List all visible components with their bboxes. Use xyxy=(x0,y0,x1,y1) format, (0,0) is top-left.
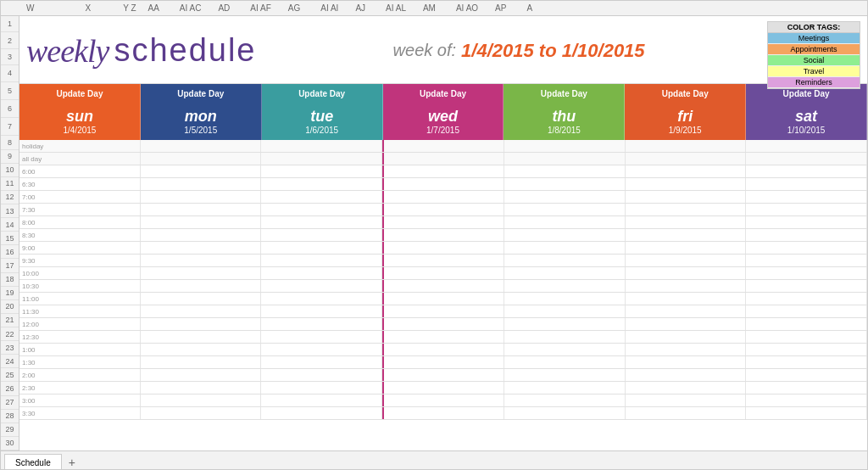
time-cell-20-2[interactable] xyxy=(261,394,382,406)
time-cell-21-5[interactable] xyxy=(626,407,747,419)
time-cell-8-1[interactable] xyxy=(141,242,262,254)
time-cell-8-2[interactable] xyxy=(261,242,382,254)
time-cell-19-2[interactable] xyxy=(261,382,382,394)
time-cell-10-3[interactable] xyxy=(382,267,505,279)
time-cell-8-3[interactable] xyxy=(382,242,505,254)
time-cell-13-2[interactable] xyxy=(261,305,382,317)
time-cell-15-3[interactable] xyxy=(382,331,505,343)
time-cell-6-4[interactable] xyxy=(504,216,626,228)
time-cell-0-4[interactable] xyxy=(504,140,626,152)
time-cell-14-5[interactable] xyxy=(626,318,747,330)
time-cell-16-0[interactable]: 1:00 xyxy=(19,344,141,355)
time-cell-9-2[interactable] xyxy=(261,255,382,266)
time-cell-11-2[interactable] xyxy=(261,280,382,292)
update-day-cell-tue[interactable]: Update Day xyxy=(262,84,383,103)
time-cell-14-0[interactable]: 12:00 xyxy=(19,318,141,330)
time-cell-6-2[interactable] xyxy=(261,216,382,228)
time-cell-2-0[interactable]: 6:00 xyxy=(19,165,141,177)
update-day-cell-wed[interactable]: Update Day xyxy=(383,84,504,103)
time-cell-14-2[interactable] xyxy=(261,318,382,330)
time-cell-3-4[interactable] xyxy=(504,178,626,190)
time-cell-16-2[interactable] xyxy=(261,344,382,355)
update-day-cell-mon[interactable]: Update Day xyxy=(141,84,262,103)
time-cell-13-6[interactable] xyxy=(746,305,867,317)
time-cell-2-6[interactable] xyxy=(746,165,867,177)
time-cell-11-5[interactable] xyxy=(626,280,747,292)
update-day-cell-sun[interactable]: Update Day xyxy=(19,84,141,103)
time-cell-9-1[interactable] xyxy=(141,255,262,266)
time-cell-4-2[interactable] xyxy=(261,191,382,203)
time-cell-10-5[interactable] xyxy=(626,267,747,279)
update-day-cell-thu[interactable]: Update Day xyxy=(504,84,625,103)
time-cell-20-5[interactable] xyxy=(626,394,747,406)
time-cell-14-3[interactable] xyxy=(382,318,505,330)
time-cell-5-2[interactable] xyxy=(261,204,382,215)
time-cell-19-1[interactable] xyxy=(141,382,262,394)
time-cell-11-1[interactable] xyxy=(141,280,262,292)
time-cell-7-0[interactable]: 8:30 xyxy=(19,229,141,241)
time-cell-12-1[interactable] xyxy=(141,293,262,305)
time-cell-17-3[interactable] xyxy=(382,356,505,368)
time-cell-6-1[interactable] xyxy=(141,216,262,228)
time-cell-10-2[interactable] xyxy=(261,267,382,279)
time-cell-11-3[interactable] xyxy=(382,280,505,292)
time-cell-14-6[interactable] xyxy=(746,318,867,330)
time-cell-21-2[interactable] xyxy=(261,407,382,419)
time-cell-10-0[interactable]: 10:00 xyxy=(19,267,141,279)
time-cell-15-0[interactable]: 12:30 xyxy=(19,331,141,343)
time-cell-0-5[interactable] xyxy=(626,140,747,152)
time-cell-18-4[interactable] xyxy=(504,369,626,381)
time-cell-6-5[interactable] xyxy=(626,216,747,228)
schedule-tab[interactable]: Schedule xyxy=(4,454,62,470)
time-cell-20-6[interactable] xyxy=(746,394,867,406)
time-cell-6-0[interactable]: 8:00 xyxy=(19,216,141,228)
time-cell-19-3[interactable] xyxy=(382,382,505,394)
time-cell-12-3[interactable] xyxy=(382,293,505,305)
time-cell-17-2[interactable] xyxy=(261,356,382,368)
time-cell-17-5[interactable] xyxy=(626,356,747,368)
time-cell-17-0[interactable]: 1:30 xyxy=(19,356,141,368)
time-cell-21-0[interactable]: 3:30 xyxy=(19,407,141,419)
time-cell-7-6[interactable] xyxy=(746,229,867,241)
time-cell-8-6[interactable] xyxy=(746,242,867,254)
time-cell-3-5[interactable] xyxy=(626,178,747,190)
time-cell-8-0[interactable]: 9:00 xyxy=(19,242,141,254)
time-cell-20-3[interactable] xyxy=(382,394,505,406)
time-cell-9-3[interactable] xyxy=(382,255,505,266)
time-cell-19-6[interactable] xyxy=(746,382,867,394)
time-cell-4-0[interactable]: 7:00 xyxy=(19,191,141,203)
add-tab-button[interactable]: + xyxy=(64,454,81,470)
time-cell-3-3[interactable] xyxy=(382,178,505,190)
time-cell-19-0[interactable]: 2:30 xyxy=(19,382,141,394)
time-cell-12-0[interactable]: 11:00 xyxy=(19,293,141,305)
time-cell-5-6[interactable] xyxy=(746,204,867,215)
time-cell-15-6[interactable] xyxy=(746,331,867,343)
time-cell-18-2[interactable] xyxy=(261,369,382,381)
time-cell-4-4[interactable] xyxy=(504,191,626,203)
time-cell-4-1[interactable] xyxy=(141,191,262,203)
time-cell-12-6[interactable] xyxy=(746,293,867,305)
time-cell-19-4[interactable] xyxy=(504,382,626,394)
time-cell-2-1[interactable] xyxy=(141,165,262,177)
time-cell-12-5[interactable] xyxy=(626,293,747,305)
time-cell-4-3[interactable] xyxy=(382,191,505,203)
time-cell-19-5[interactable] xyxy=(626,382,747,394)
time-cell-11-6[interactable] xyxy=(746,280,867,292)
time-cell-12-2[interactable] xyxy=(261,293,382,305)
time-cell-18-6[interactable] xyxy=(746,369,867,381)
time-cell-5-3[interactable] xyxy=(382,204,505,215)
time-cell-20-1[interactable] xyxy=(141,394,262,406)
time-cell-15-1[interactable] xyxy=(141,331,262,343)
time-cell-5-4[interactable] xyxy=(504,204,626,215)
time-cell-2-4[interactable] xyxy=(504,165,626,177)
time-cell-2-2[interactable] xyxy=(261,165,382,177)
time-cell-11-0[interactable]: 10:30 xyxy=(19,280,141,292)
time-cell-1-5[interactable] xyxy=(626,153,747,165)
time-cell-18-0[interactable]: 2:00 xyxy=(19,369,141,381)
time-cell-10-1[interactable] xyxy=(141,267,262,279)
time-cell-7-2[interactable] xyxy=(261,229,382,241)
time-cell-17-4[interactable] xyxy=(504,356,626,368)
time-cell-16-4[interactable] xyxy=(504,344,626,355)
time-cell-1-3[interactable] xyxy=(382,153,505,165)
time-cell-18-5[interactable] xyxy=(626,369,747,381)
